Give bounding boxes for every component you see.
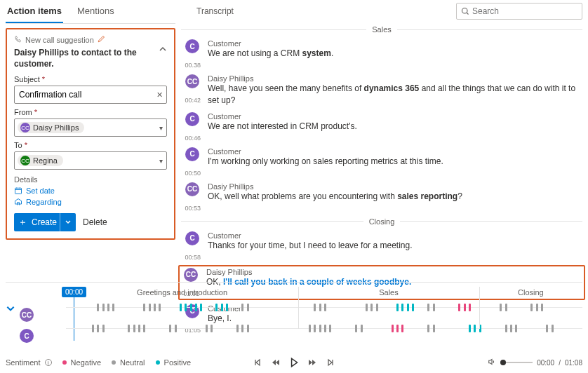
sentiment-tick <box>407 304 409 311</box>
timeline: CC C 00:00 Greetings and introductionSal… <box>6 282 582 352</box>
clear-icon[interactable]: ✕ <box>156 90 163 100</box>
transcript-turn[interactable]: CC00:53Dasiy PhillipsOK, well what probl… <box>181 179 582 215</box>
player-controls <box>252 357 336 368</box>
speaker-name: Customer <box>208 39 582 48</box>
to-input[interactable]: CCRegina <box>14 151 167 170</box>
sentiment-tick <box>236 325 239 332</box>
speaker-name: Dasiy Phillips <box>208 182 582 191</box>
speaker-avatar: C <box>185 147 199 161</box>
agent-track[interactable] <box>66 301 582 315</box>
regarding-link[interactable]: Regarding <box>14 198 167 206</box>
volume-icon[interactable] <box>488 358 496 367</box>
sentiment-tick <box>143 325 145 332</box>
subject-input[interactable] <box>14 86 167 104</box>
speaker-name: Daisy Phillips <box>208 74 582 83</box>
sentiment-tick <box>458 304 460 311</box>
speaker-avatar: CC <box>185 182 199 196</box>
tab-mentions[interactable]: Mentions <box>76 0 116 23</box>
utterance-text: We are not interested in CRM product's. <box>208 121 582 133</box>
sentiment-tick <box>376 304 378 311</box>
transcript-turn[interactable]: C00:46CustomerWe are not interested in C… <box>181 109 582 144</box>
sentiment-tick <box>401 304 403 311</box>
segment-label: Closing <box>479 288 582 297</box>
sentiment-tick <box>370 304 373 311</box>
to-label: To <box>14 141 167 149</box>
sentiment-tick <box>319 304 321 311</box>
speaker-name: Customer <box>208 231 582 240</box>
delete-button[interactable]: Delete <box>83 217 107 227</box>
sentiment-tick <box>97 304 99 311</box>
sentiment-tick <box>107 304 109 311</box>
volume-slider[interactable] <box>500 362 533 363</box>
sentiment-tick <box>392 325 394 332</box>
sentiment-tick <box>505 304 507 311</box>
speaker-avatar: CC <box>184 268 198 282</box>
transcript-turn[interactable]: C00:58CustomerThanks for your time, but … <box>181 229 582 264</box>
sentiment-tick <box>92 325 94 332</box>
subject-label: Subject <box>14 75 167 83</box>
speaker-name: Daisy Phillips <box>206 268 581 276</box>
tab-action-items[interactable]: Action items <box>6 0 63 23</box>
speaker-name: Customer <box>208 112 582 121</box>
sentiment-tick <box>396 304 399 311</box>
rewind-icon[interactable] <box>270 357 281 368</box>
sentiment-tick <box>541 304 543 311</box>
create-split-chevron[interactable] <box>60 213 76 231</box>
chevron-down-icon[interactable]: ▾ <box>159 124 163 132</box>
timeline-collapse-icon[interactable] <box>6 287 15 316</box>
section-divider: Sales <box>181 25 582 34</box>
edit-icon[interactable] <box>97 35 105 45</box>
from-input[interactable]: CCDaisy Phillips <box>14 118 167 137</box>
sentiment-tick <box>319 325 321 332</box>
sentiment-tick <box>195 304 197 311</box>
sentiment-tick <box>366 304 368 311</box>
sentiment-tick <box>464 304 466 311</box>
speaker-avatar: C <box>185 112 199 126</box>
info-icon[interactable]: i <box>45 359 52 366</box>
time-total: 01:08 <box>565 359 582 367</box>
sentiment-tick <box>221 304 223 311</box>
phone-icon <box>14 35 22 45</box>
timestamp: 00:50 <box>184 161 201 177</box>
sentiment-tick <box>143 304 145 311</box>
forward-icon[interactable] <box>307 357 318 368</box>
speaker-avatar: C <box>185 39 199 53</box>
sentiment-tick <box>97 325 99 332</box>
timestamp: 00:53 <box>184 196 201 212</box>
set-date-link[interactable]: Set date <box>14 186 167 195</box>
create-button[interactable]: ＋ Create <box>14 213 76 231</box>
speaker-avatar: CC <box>185 74 199 88</box>
sentiment-tick <box>515 325 517 332</box>
action-item-title: Daisy Phillips to contact to the custome… <box>14 48 167 69</box>
timeline-agent-avatar: CC <box>20 308 34 322</box>
utterance-text: OK, well what problems are you encounter… <box>208 191 582 203</box>
play-icon[interactable] <box>288 357 300 368</box>
sentiment-tick <box>102 304 105 311</box>
sentiment-tick <box>427 325 429 332</box>
sentiment-tick <box>190 304 192 311</box>
timestamp: 00:42 <box>184 88 201 104</box>
search-input[interactable] <box>456 3 582 20</box>
sentiment-tick <box>314 304 316 311</box>
skip-end-icon[interactable] <box>325 357 336 368</box>
sentiment-tick <box>185 304 187 311</box>
transcript-turn[interactable]: C00.38CustomerWe are not using a CRM sys… <box>181 36 582 72</box>
sentiment-tick <box>324 325 326 332</box>
transcript-turn[interactable]: C00:50CustomerI'm working only working o… <box>181 144 582 179</box>
utterance-text: We are not using a CRM system. <box>208 48 582 60</box>
sentiment-tick <box>433 325 435 332</box>
skip-start-icon[interactable] <box>252 357 263 368</box>
customer-track[interactable] <box>66 322 582 336</box>
timestamp: 00:46 <box>184 126 201 142</box>
collapse-icon[interactable] <box>159 45 167 55</box>
sentiment-tick <box>133 325 135 332</box>
sentiment-tick <box>396 325 399 332</box>
chevron-down-icon[interactable]: ▾ <box>159 157 163 165</box>
transcript-turn[interactable]: CC00:42Daisy PhillipsWell, have you seen… <box>181 72 582 109</box>
sentiment-tick <box>552 325 554 332</box>
sentiment-tick <box>211 325 213 332</box>
sentiment-tick <box>138 325 140 332</box>
sentiment-tick <box>241 325 243 332</box>
sentiment-tick <box>241 304 243 311</box>
sentiment-tick <box>247 325 249 332</box>
